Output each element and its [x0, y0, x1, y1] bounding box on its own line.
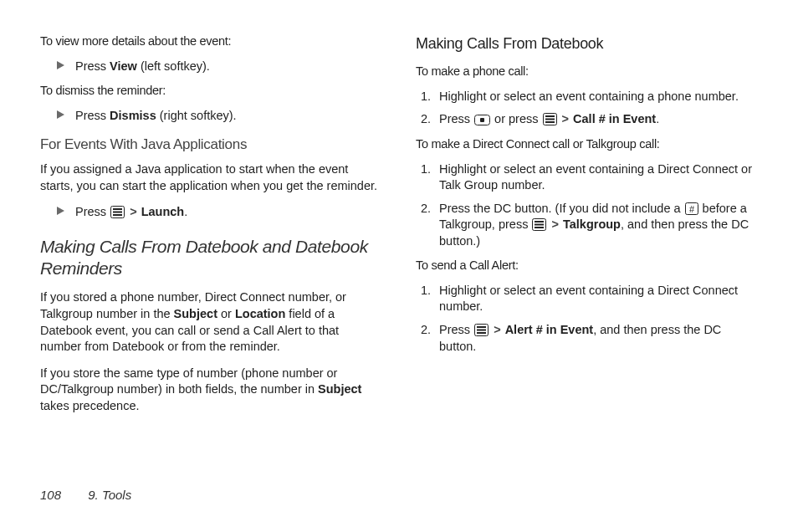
right-column: Making Calls From Datebook To make a pho… — [416, 33, 758, 424]
text: takes precedence. — [40, 399, 140, 412]
page-footer: 108 9. Tools — [40, 488, 131, 502]
bold-launch: Launch — [141, 205, 185, 218]
bold-view: View — [110, 59, 137, 73]
text: . — [656, 112, 659, 125]
bullet-list-launch: Press > Launch. — [40, 204, 382, 221]
text-view-details: To view more details about the event: — [40, 33, 382, 50]
list-item: Highlight or select an event containing … — [434, 161, 758, 194]
list-item: Highlight or select an event containing … — [434, 89, 758, 105]
ok-key-icon — [474, 115, 490, 125]
gt-icon: > — [130, 205, 136, 218]
text: Press — [75, 205, 110, 218]
gt-icon: > — [494, 323, 500, 336]
heading-making-calls: Making Calls From Datebook and Datebook … — [40, 236, 382, 280]
bold-subject: Subject — [174, 307, 217, 320]
text: . — [184, 205, 187, 218]
heading-java-apps: For Events With Java Applications — [40, 136, 382, 155]
list-item: Press the DC button. (If you did not inc… — [434, 201, 758, 250]
svg-rect-13 — [535, 221, 544, 223]
bullet-icon — [57, 207, 64, 215]
text-precedence: If you store the same type of number (ph… — [40, 366, 382, 415]
text: Highlight or select an event containing … — [439, 162, 752, 192]
bold-subject: Subject — [318, 382, 361, 396]
text: Press — [439, 323, 473, 336]
svg-rect-19 — [477, 332, 486, 334]
gt-icon: > — [551, 217, 558, 231]
svg-rect-14 — [535, 224, 544, 226]
list-item: Press > Alert # in Event, and then press… — [434, 322, 758, 355]
left-column: To view more details about the event: Pr… — [40, 33, 382, 424]
text: Press the DC button. (If you did not inc… — [439, 202, 684, 215]
bold-talkgroup: Talkgroup — [563, 217, 621, 231]
text-make-phone-call: To make a phone call: — [416, 64, 758, 80]
text: or press — [491, 112, 541, 125]
menu-key-icon — [532, 218, 546, 231]
text: If you store the same type of number (ph… — [40, 366, 337, 396]
numbered-list-alert: Highlight or select an event containing … — [416, 283, 758, 355]
text: Press — [75, 109, 110, 122]
text: Highlight or select an event containing … — [439, 284, 738, 314]
heading-making-calls-datebook: Making Calls From Datebook — [416, 33, 758, 54]
page-number: 108 — [40, 488, 61, 502]
bullet-icon — [57, 110, 64, 119]
text: Press — [439, 112, 473, 125]
svg-rect-3 — [113, 214, 122, 216]
svg-rect-2 — [113, 212, 122, 213]
list-item: Highlight or select an event containing … — [434, 283, 758, 315]
svg-rect-8 — [545, 119, 555, 120]
list-item: Press > Launch. — [57, 204, 382, 221]
text: (right softkey). — [156, 109, 237, 122]
bold-call-in-event: Call # in Event — [573, 112, 656, 125]
pound-key-icon: # — [685, 202, 698, 215]
svg-rect-5 — [480, 118, 484, 122]
svg-rect-17 — [477, 326, 486, 328]
bullet-icon — [57, 61, 64, 69]
svg-rect-18 — [477, 330, 486, 331]
menu-key-icon — [543, 113, 557, 125]
svg-rect-9 — [545, 121, 555, 123]
text: or — [217, 307, 235, 320]
numbered-list-dc: Highlight or select an event containing … — [416, 161, 758, 250]
text: Press — [75, 59, 110, 73]
page-content: To view more details about the event: Pr… — [0, 0, 798, 424]
text-stored-number: If you stored a phone number, Direct Con… — [40, 289, 382, 355]
text-send-call-alert: To send a Call Alert: — [416, 258, 758, 274]
chapter-title: 9. Tools — [88, 488, 131, 502]
text-dismiss-reminder: To dismiss the reminder: — [40, 83, 382, 100]
bold-dismiss: Dismiss — [110, 109, 156, 122]
menu-key-icon — [474, 324, 489, 336]
bullet-list-view: Press View (left softkey). — [40, 59, 382, 75]
svg-rect-7 — [545, 115, 555, 117]
list-item: Press Dismiss (right softkey). — [57, 108, 382, 125]
text: (left softkey). — [137, 59, 210, 73]
text: Highlight or select an event containing … — [439, 90, 739, 103]
svg-text:#: # — [689, 204, 695, 214]
bullet-list-dismiss: Press Dismiss (right softkey). — [40, 108, 382, 125]
bold-alert-in-event: Alert # in Event — [505, 323, 594, 336]
list-item: Press View (left softkey). — [57, 59, 382, 75]
svg-rect-1 — [113, 208, 122, 210]
gt-icon: > — [562, 112, 569, 125]
menu-key-icon — [110, 206, 125, 218]
text-make-dc-call: To make a Direct Connect call or Talkgro… — [416, 136, 758, 153]
list-item: Press or press > Call # in Event. — [434, 111, 758, 128]
numbered-list-phone: Highlight or select an event containing … — [416, 89, 758, 128]
svg-rect-15 — [535, 227, 544, 228]
text-java-desc: If you assigned a Java application to st… — [40, 161, 382, 194]
bold-location: Location — [235, 307, 285, 320]
